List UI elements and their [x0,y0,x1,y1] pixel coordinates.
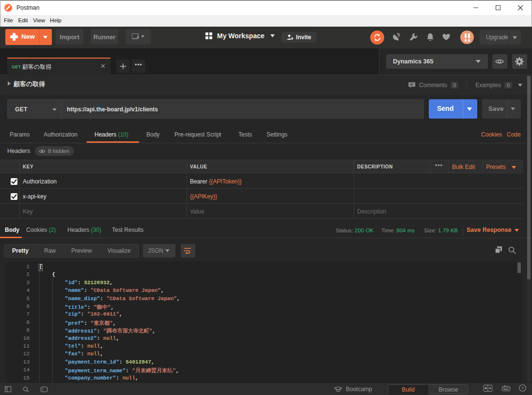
svg-text:?: ? [521,386,524,391]
